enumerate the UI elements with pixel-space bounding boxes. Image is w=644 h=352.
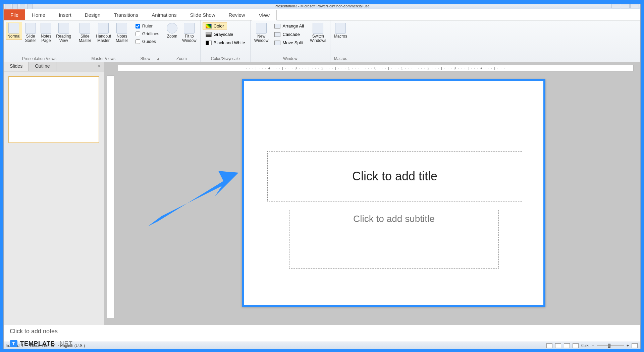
slide-thumbnail-1[interactable] <box>8 76 99 143</box>
tab-design[interactable]: Design <box>78 9 107 20</box>
ruler-checkbox-input[interactable] <box>136 24 140 28</box>
black-white-button[interactable]: Black and White <box>203 39 248 46</box>
fit-window-icon <box>184 23 195 34</box>
zoom-slider[interactable] <box>597 345 624 346</box>
slide-canvas[interactable]: Click to add title Click to add subtitle <box>242 79 545 307</box>
template-logo-icon: T <box>10 340 17 347</box>
quick-access-toolbar <box>5 4 33 9</box>
subtitle-placeholder[interactable]: Click to add subtitle <box>289 210 499 269</box>
maximize-button[interactable] <box>621 4 630 8</box>
macros-icon <box>335 23 346 34</box>
tab-home[interactable]: Home <box>25 9 52 20</box>
panel-tabs: Slides Outline × <box>4 62 104 71</box>
color-button[interactable]: Color <box>203 22 227 30</box>
normal-view-status-icon[interactable] <box>546 343 552 348</box>
reading-view-button[interactable]: Reading View <box>54 22 73 44</box>
cascade-icon <box>274 32 280 37</box>
bw-swatch-icon <box>206 41 212 45</box>
workspace: Slides Outline × · · · | · · · 4 · · · |… <box>4 62 640 325</box>
gridlines-checkbox[interactable]: Gridlines <box>134 31 161 37</box>
outline-tab[interactable]: Outline <box>29 62 56 71</box>
window-controls <box>611 4 639 8</box>
slides-tab[interactable]: Slides <box>4 62 29 71</box>
guides-checkbox[interactable]: Guides <box>134 39 157 44</box>
group-macros: Macros Macros <box>330 20 351 62</box>
file-tab[interactable]: File <box>4 9 25 20</box>
slide-sorter-icon <box>25 23 36 34</box>
zoom-out-button[interactable]: − <box>592 343 594 348</box>
zoom-level[interactable]: 65% <box>581 343 589 348</box>
template-net-watermark: T TEMPLATE.NET <box>10 340 73 347</box>
titlebar: Presentation3 - Microsoft PowerPoint non… <box>4 4 640 9</box>
notes-pane[interactable]: Click to add notes <box>4 325 640 342</box>
move-split-icon <box>274 41 280 45</box>
undo-icon[interactable] <box>12 4 18 9</box>
show-dialog-launcher-icon[interactable]: ◢ <box>157 57 161 60</box>
fit-window-button[interactable]: Fit to Window <box>180 22 198 44</box>
handout-master-button[interactable]: Handout Master <box>94 22 113 44</box>
ribbon: Normal Slide Sorter Notes Page Reading V… <box>4 20 640 62</box>
slide-master-icon <box>79 23 90 34</box>
group-presentation-views: Normal Slide Sorter Notes Page Reading V… <box>4 20 75 62</box>
svg-marker-0 <box>148 171 238 226</box>
arrange-all-button[interactable]: Arrange All <box>271 22 307 30</box>
group-master-views: Slide Master Handout Master Notes Master… <box>75 20 132 62</box>
tab-view[interactable]: View <box>252 10 277 20</box>
status-bar: lide 1 of 1 "Office Theme" English (U.S.… <box>4 342 640 349</box>
ruler-checkbox[interactable]: Ruler <box>134 23 154 29</box>
reading-view-status-icon[interactable] <box>564 343 570 348</box>
group-show: Ruler Gridlines Guides Show◢ <box>132 20 163 62</box>
qat-dropdown-icon[interactable] <box>27 4 33 9</box>
switch-windows-icon <box>313 23 323 34</box>
fit-slide-status-icon[interactable] <box>632 343 638 348</box>
macros-button[interactable]: Macros <box>332 22 349 40</box>
color-swatch-icon <box>206 24 212 28</box>
tab-transitions[interactable]: Transitions <box>107 9 145 20</box>
group-zoom: Zoom Fit to Window Zoom <box>163 20 201 62</box>
slide-editor: · · · | · · · 4 · · · | · · · 3 · · · | … <box>104 62 640 325</box>
redo-icon[interactable] <box>20 4 25 9</box>
grayscale-swatch-icon <box>206 32 212 37</box>
guides-checkbox-input[interactable] <box>136 39 140 44</box>
handout-master-icon <box>98 23 109 34</box>
group-window: New Window Arrange All Cascade Move Spli… <box>251 20 330 62</box>
panel-close-button[interactable]: × <box>95 62 104 71</box>
notes-master-icon <box>116 23 127 34</box>
group-color-grayscale: Color Grayscale Black and White Color/Gr… <box>201 20 251 62</box>
slides-outline-panel: Slides Outline × <box>4 62 104 325</box>
close-button[interactable] <box>630 4 639 8</box>
cascade-button[interactable]: Cascade <box>271 31 307 38</box>
ribbon-tabs: File Home Insert Design Transitions Anim… <box>4 9 640 20</box>
notes-page-icon <box>41 23 51 34</box>
annotation-arrow-icon <box>148 163 242 230</box>
save-icon[interactable] <box>5 4 10 9</box>
tab-slideshow[interactable]: Slide Show <box>183 9 222 20</box>
title-placeholder[interactable]: Click to add title <box>267 151 522 201</box>
horizontal-ruler[interactable]: · · · | · · · 4 · · · | · · · 3 · · · | … <box>118 65 634 71</box>
vertical-ruler[interactable] <box>107 75 114 318</box>
switch-windows-button[interactable]: Switch Windows <box>308 22 328 44</box>
move-split-button[interactable]: Move Split <box>271 39 307 46</box>
new-window-button[interactable]: New Window <box>253 22 270 44</box>
watermark-net: .NET <box>58 340 73 347</box>
sorter-view-status-icon[interactable] <box>555 343 561 348</box>
gridlines-checkbox-input[interactable] <box>136 32 140 36</box>
normal-view-button[interactable]: Normal <box>6 22 22 40</box>
new-window-icon <box>256 23 267 34</box>
zoom-button[interactable]: Zoom <box>165 22 179 40</box>
notes-master-button[interactable]: Notes Master <box>114 22 130 44</box>
arrange-all-icon <box>274 24 280 28</box>
normal-view-icon <box>8 23 19 34</box>
minimize-button[interactable] <box>611 4 620 8</box>
tab-review[interactable]: Review <box>222 9 252 20</box>
notes-page-button[interactable]: Notes Page <box>39 22 53 44</box>
slide-sorter-button[interactable]: Slide Sorter <box>23 22 38 44</box>
tab-animations[interactable]: Animations <box>145 9 183 20</box>
grayscale-button[interactable]: Grayscale <box>203 31 236 38</box>
tab-insert[interactable]: Insert <box>52 9 78 20</box>
zoom-icon <box>167 23 177 34</box>
powerpoint-window: Presentation3 - Microsoft PowerPoint non… <box>3 4 641 349</box>
slideshow-status-icon[interactable] <box>573 343 579 348</box>
slide-master-button[interactable]: Slide Master <box>77 22 93 44</box>
zoom-in-button[interactable]: + <box>627 343 629 348</box>
